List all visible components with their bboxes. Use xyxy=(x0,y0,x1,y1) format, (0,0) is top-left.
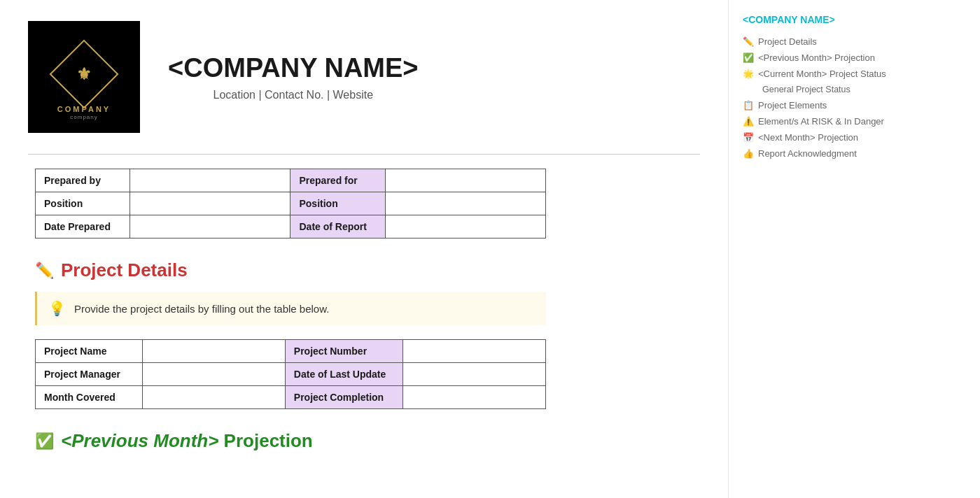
pencil-icon: ✏️ xyxy=(743,36,754,47)
sidebar-label-next-month: <Next Month> Projection xyxy=(758,132,858,143)
prepared-for-label: Prepared for xyxy=(290,169,385,192)
date-prepared-value[interactable] xyxy=(130,215,290,239)
previous-month-title: <Previous Month> Projection xyxy=(61,430,313,452)
table-row: Project Manager Date of Last Update xyxy=(36,363,546,386)
hint-box: 💡 Provide the project details by filling… xyxy=(35,292,546,325)
checkbox-icon: ✅ xyxy=(743,52,754,63)
previous-month-suffix: Projection xyxy=(218,430,312,451)
position-preparer-value[interactable] xyxy=(130,192,290,215)
table-row: Month Covered Project Completion xyxy=(36,386,546,409)
warning-icon: ⚠️ xyxy=(743,116,754,127)
previous-month-header: ✅ <Previous Month> Projection xyxy=(35,430,700,452)
project-completion-label: Project Completion xyxy=(285,386,402,409)
sidebar-company-name[interactable]: <COMPANY NAME> xyxy=(743,14,910,25)
sidebar-item-risk[interactable]: ⚠️ Element/s At RISK & In Danger xyxy=(743,113,910,129)
project-details-icon: ✏️ xyxy=(35,262,54,280)
previous-month-italic: <Previous Month> xyxy=(61,430,218,451)
position-receiver-value[interactable] xyxy=(385,192,545,215)
sidebar-item-acknowledgment[interactable]: 👍 Report Acknowledgment xyxy=(743,145,910,162)
previous-month-icon: ✅ xyxy=(35,432,54,450)
table-row: Position Position xyxy=(36,192,546,215)
prepared-by-label: Prepared by xyxy=(36,169,130,192)
date-prepared-label: Date Prepared xyxy=(36,215,130,239)
date-last-update-label: Date of Last Update xyxy=(285,363,402,386)
info-table: Prepared by Prepared for Position Positi… xyxy=(35,169,546,239)
project-details-table: Project Name Project Number Project Mana… xyxy=(35,339,546,409)
sidebar-nav: ✏️ Project Details ✅ <Previous Month> Pr… xyxy=(743,34,910,162)
sidebar: <COMPANY NAME> ✏️ Project Details ✅ <Pre… xyxy=(728,0,924,498)
sidebar-item-previous-month[interactable]: ✅ <Previous Month> Projection xyxy=(743,50,910,66)
sidebar-label-acknowledgment: Report Acknowledgment xyxy=(758,148,857,159)
sidebar-label-previous-month: <Previous Month> Projection xyxy=(758,52,875,63)
project-manager-value[interactable] xyxy=(142,363,285,386)
date-of-report-value[interactable] xyxy=(385,215,545,239)
project-completion-value[interactable] xyxy=(403,386,546,409)
logo-company-text: COMPANY xyxy=(57,105,111,113)
sidebar-label-general-status: General Project Status xyxy=(762,85,850,94)
header-divider xyxy=(28,154,700,155)
project-number-label: Project Number xyxy=(285,340,402,363)
position-receiver-label: Position xyxy=(290,192,385,215)
logo-subtext: company xyxy=(70,114,97,120)
position-preparer-label: Position xyxy=(36,192,130,215)
date-of-report-label: Date of Report xyxy=(290,215,385,239)
sidebar-item-project-elements[interactable]: 📋 Project Elements xyxy=(743,97,910,113)
project-number-value[interactable] xyxy=(403,340,546,363)
project-manager-label: Project Manager xyxy=(36,363,143,386)
project-details-title: Project Details xyxy=(61,259,188,281)
sidebar-label-current-month: <Current Month> Project Status xyxy=(758,69,886,79)
logo-letters: ⚜ xyxy=(76,64,92,84)
date-last-update-value[interactable] xyxy=(403,363,546,386)
table-row: Date Prepared Date of Report xyxy=(36,215,546,239)
sidebar-label-risk: Element/s At RISK & In Danger xyxy=(758,116,884,127)
hint-icon: 💡 xyxy=(48,300,66,317)
month-covered-label: Month Covered xyxy=(36,386,143,409)
thumbsup-icon: 👍 xyxy=(743,148,754,159)
sidebar-item-project-details[interactable]: ✏️ Project Details xyxy=(743,34,910,50)
logo-diamond: ⚜ xyxy=(50,40,119,109)
calendar-icon: 📅 xyxy=(743,132,754,143)
project-name-value[interactable] xyxy=(142,340,285,363)
project-name-label: Project Name xyxy=(36,340,143,363)
clipboard-icon: 📋 xyxy=(743,100,754,111)
sidebar-item-next-month[interactable]: 📅 <Next Month> Projection xyxy=(743,129,910,145)
logo-box: ⚜ COMPANY company xyxy=(28,21,140,133)
project-details-header: ✏️ Project Details xyxy=(35,259,700,281)
company-name: <COMPANY NAME> xyxy=(168,53,419,83)
star-icon: 🌟 xyxy=(743,69,754,79)
sidebar-label-project-details: Project Details xyxy=(758,36,817,47)
main-content: ⚜ COMPANY company <COMPANY NAME> Locatio… xyxy=(0,0,728,498)
month-covered-value[interactable] xyxy=(142,386,285,409)
company-info: <COMPANY NAME> Location | Contact No. | … xyxy=(168,53,419,101)
table-row: Prepared by Prepared for xyxy=(36,169,546,192)
header: ⚜ COMPANY company <COMPANY NAME> Locatio… xyxy=(28,14,700,147)
sidebar-item-current-month[interactable]: 🌟 <Current Month> Project Status xyxy=(743,66,910,82)
sidebar-item-general-status[interactable]: General Project Status xyxy=(743,82,910,97)
sidebar-label-project-elements: Project Elements xyxy=(758,100,827,111)
company-details: Location | Contact No. | Website xyxy=(168,89,419,101)
prepared-by-value[interactable] xyxy=(130,169,290,192)
hint-text: Provide the project details by filling o… xyxy=(74,303,329,315)
table-row: Project Name Project Number xyxy=(36,340,546,363)
prepared-for-value[interactable] xyxy=(385,169,545,192)
